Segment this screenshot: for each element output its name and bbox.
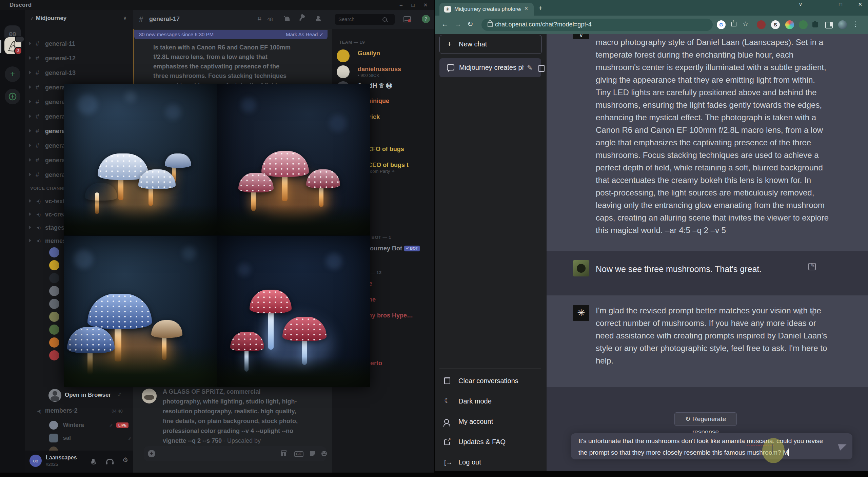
headphones-button[interactable] xyxy=(106,457,114,463)
forward-button[interactable]: → xyxy=(454,20,461,28)
chat-input-box[interactable]: It's unfortunate that the mushrooms don'… xyxy=(571,433,852,459)
server-header[interactable]: ✓ Midjourney xyxy=(30,15,66,22)
url-text[interactable]: chat.openai.com/chat?model=gpt-4 xyxy=(495,21,592,28)
tab-close-icon[interactable]: ✕ xyxy=(524,6,528,11)
google-account-icon[interactable]: G xyxy=(717,20,726,29)
channel-item[interactable]: # general-12 xyxy=(25,52,133,66)
member-row[interactable]: Guailyn xyxy=(332,48,434,64)
message-line: professional color grading --v 4 --uplig… xyxy=(163,428,298,437)
avatar[interactable] xyxy=(49,337,59,348)
avatar[interactable] xyxy=(49,273,59,283)
attach-plus-icon[interactable]: + xyxy=(148,450,155,457)
emoji-icon[interactable] xyxy=(321,451,327,456)
mushroom-image-top-left[interactable] xyxy=(64,84,217,235)
browser-tab[interactable]: ✳ Midjourney creates photorealisti ✕ xyxy=(439,3,534,16)
channel-item[interactable]: # general-11 xyxy=(25,37,133,52)
voice-user-row[interactable]: sal ⁄⁄ xyxy=(49,434,131,442)
mark-as-read-button[interactable]: Mark As Read ✓ xyxy=(286,30,323,39)
help-icon[interactable]: ? xyxy=(422,15,430,23)
url-bar[interactable]: chat.openai.com/chat?model=gpt-4 xyxy=(481,19,713,31)
extension-icon-3[interactable] xyxy=(785,20,794,29)
thumbs-down-icon[interactable]: 👍︎ xyxy=(810,310,816,317)
members2-row[interactable]: ◄) members-2 04 40 xyxy=(36,407,123,414)
avatar[interactable] xyxy=(49,312,59,322)
user-tag: #2025 xyxy=(46,462,58,467)
message-line: post-processing, the light sources are m… xyxy=(596,186,829,199)
extension-icon-4[interactable] xyxy=(799,20,808,29)
gift-icon[interactable] xyxy=(281,450,286,456)
channel-item[interactable]: # general-13 xyxy=(25,66,133,81)
server-name: Midjourney xyxy=(36,15,66,21)
menu-updates-faq[interactable]: Updates & FAQ xyxy=(435,432,547,453)
browser-maximize-button[interactable]: □ xyxy=(835,1,846,7)
delete-trash-icon[interactable] xyxy=(538,64,545,74)
menu-log-out[interactable]: [→ Log out xyxy=(435,453,547,471)
reload-button[interactable]: ↻ xyxy=(467,20,473,28)
members-toggle-icon[interactable] xyxy=(317,16,321,20)
sticker-icon[interactable] xyxy=(310,451,315,456)
regenerate-response-button[interactable]: ↻ Regenerate response xyxy=(674,412,737,426)
message-line: angle that emphasizes the captivating pr… xyxy=(596,136,829,149)
browser-menu-kebab[interactable]: ⋮ xyxy=(852,20,859,28)
side-panel-icon[interactable] xyxy=(825,22,833,28)
new-tab-button[interactable]: + xyxy=(538,4,542,12)
menu-my-account[interactable]: My account xyxy=(435,412,547,432)
edit-message-icon[interactable] xyxy=(808,263,816,270)
back-button[interactable]: ← xyxy=(441,20,449,28)
discord-maximize-button[interactable]: □ xyxy=(408,1,418,9)
new-chat-button[interactable]: + New chat xyxy=(439,35,542,54)
bookmark-star-icon[interactable]: ☆ xyxy=(743,20,748,28)
send-icon[interactable] xyxy=(838,442,848,451)
chat-history-item[interactable]: Midjourney creates pho ✎ xyxy=(439,58,541,77)
midjourney-image-grid[interactable] xyxy=(64,84,370,387)
avatar[interactable] xyxy=(49,350,59,360)
open-in-browser-label[interactable]: Open in Browser xyxy=(65,392,111,398)
member-row[interactable]: danielrussruss • 900 SICK xyxy=(332,64,434,80)
new-messages-banner[interactable]: 30 new messages since 6:30 PM Mark As Re… xyxy=(134,30,328,39)
avatar[interactable] xyxy=(49,325,59,335)
mic-button[interactable] xyxy=(92,459,95,463)
avatar[interactable] xyxy=(142,389,157,403)
profile-avatar[interactable] xyxy=(838,20,847,29)
menu-dark-mode[interactable]: ☾ Dark mode xyxy=(435,392,547,412)
avatar[interactable] xyxy=(49,247,59,257)
share-icon[interactable] xyxy=(731,20,736,26)
extension-icon-2[interactable]: S xyxy=(771,20,780,29)
browser-minimize-button[interactable]: – xyxy=(814,1,825,7)
screen: Discord – □ ✕ ʚɞ 2 3 + xyxy=(0,0,868,477)
user-avatar[interactable]: ʚɞ xyxy=(29,455,42,467)
menu-clear-conversations[interactable]: Clear conversations xyxy=(435,371,547,392)
notifications-off-icon[interactable] xyxy=(285,17,290,21)
server-dropdown-chevron[interactable]: ∨ xyxy=(123,15,127,21)
channel-title: general-17 xyxy=(149,16,180,23)
edit-pencil-icon[interactable]: ✎ xyxy=(527,64,533,72)
mushroom-image-bottom-left[interactable] xyxy=(64,236,217,388)
extension-icon-1[interactable] xyxy=(757,20,766,29)
chevron-right-icon xyxy=(29,239,31,242)
avatar[interactable] xyxy=(49,286,59,296)
threads-icon[interactable]: ⌗ xyxy=(258,15,261,22)
message-line: mushrooms, ensuring the light fades gent… xyxy=(596,99,829,111)
inbox-icon[interactable] xyxy=(403,16,411,22)
window-chevron[interactable]: ∨ xyxy=(795,1,806,7)
channel-name: members-2 xyxy=(45,407,78,414)
pin-icon[interactable] xyxy=(300,16,302,21)
discord-close-button[interactable]: ✕ xyxy=(420,1,431,9)
avatar xyxy=(337,65,350,78)
discord-minimize-button[interactable]: – xyxy=(396,1,406,9)
live-badge: LIVE xyxy=(116,422,129,428)
avatar[interactable] xyxy=(49,260,59,270)
browser-close-button[interactable]: ✕ xyxy=(854,1,866,7)
add-server-button[interactable]: + xyxy=(5,66,20,82)
mushroom-image-bottom-right[interactable] xyxy=(217,236,370,388)
thumbs-up-icon[interactable]: 👍︎ xyxy=(797,308,804,316)
gif-icon[interactable]: GIF xyxy=(294,451,303,457)
voice-user-row[interactable]: Wintera ⁄⁄ LIVE xyxy=(49,421,129,430)
avatar xyxy=(49,434,58,442)
avatar[interactable] xyxy=(49,299,59,309)
discord-message-input[interactable]: + GIF xyxy=(144,446,326,461)
settings-gear-button[interactable]: ⚙ xyxy=(122,456,128,464)
extensions-puzzle-icon[interactable] xyxy=(812,22,818,27)
explore-servers-button[interactable] xyxy=(5,89,20,104)
mushroom-image-top-right[interactable] xyxy=(217,84,370,235)
